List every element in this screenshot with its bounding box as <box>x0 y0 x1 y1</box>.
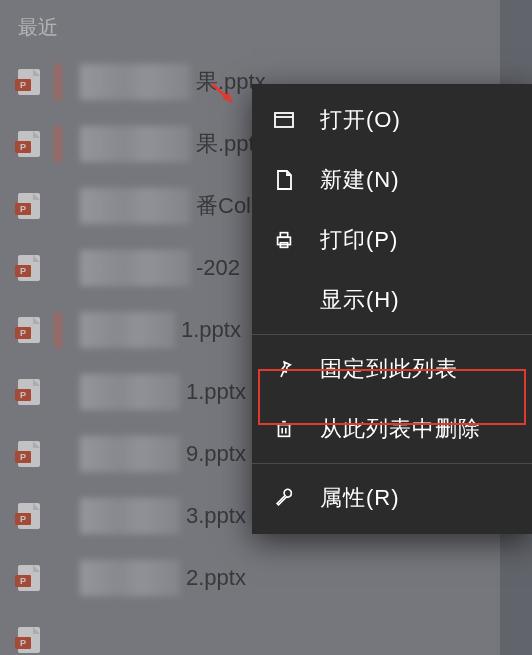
menu-label: 显示(H) <box>320 285 400 315</box>
trash-icon <box>270 415 298 443</box>
menu-label: 新建(N) <box>320 165 400 195</box>
menu-label: 从此列表中删除 <box>320 414 481 444</box>
filename-tail: 3.pptx <box>186 503 246 529</box>
redacted-block <box>80 312 175 348</box>
powerpoint-icon: P <box>18 441 40 467</box>
menu-open[interactable]: 打开(O) <box>252 90 532 150</box>
powerpoint-icon: P <box>18 627 40 653</box>
section-title: 最近 <box>0 14 500 51</box>
redacted-block <box>80 64 190 100</box>
powerpoint-icon: P <box>18 503 40 529</box>
redacted-block <box>80 250 190 286</box>
window-icon <box>270 106 298 134</box>
svg-rect-0 <box>275 113 293 127</box>
menu-label: 固定到此列表 <box>320 354 458 384</box>
filename-tail: 1.pptx <box>181 317 241 343</box>
filename-tail: 2.pptx <box>186 565 246 591</box>
svg-rect-5 <box>279 424 290 436</box>
list-item[interactable]: P <box>0 609 500 655</box>
powerpoint-icon: P <box>18 193 40 219</box>
filename-tail: -202 <box>196 255 240 281</box>
redacted-block <box>80 188 190 224</box>
list-item[interactable]: P 2.pptx <box>0 547 500 609</box>
powerpoint-icon: P <box>18 565 40 591</box>
redacted-block <box>80 498 180 534</box>
redacted-block <box>54 64 62 100</box>
context-menu: 打开(O) 新建(N) 打印(P) 显示(H) 固定到此列表 从此列表中删除 属… <box>252 84 532 534</box>
menu-new[interactable]: 新建(N) <box>252 150 532 210</box>
powerpoint-icon: P <box>18 255 40 281</box>
redacted-block <box>80 436 180 472</box>
powerpoint-icon: P <box>18 69 40 95</box>
filename-tail: 9.pptx <box>186 441 246 467</box>
menu-pin[interactable]: 固定到此列表 <box>252 339 532 399</box>
menu-remove[interactable]: 从此列表中删除 <box>252 399 532 459</box>
menu-label: 打印(P) <box>320 225 398 255</box>
menu-properties[interactable]: 属性(R) <box>252 468 532 528</box>
menu-label: 属性(R) <box>320 483 400 513</box>
powerpoint-icon: P <box>18 379 40 405</box>
wrench-icon <box>270 484 298 512</box>
redacted-block <box>80 374 180 410</box>
printer-icon <box>270 226 298 254</box>
redacted-block <box>54 312 62 348</box>
redacted-block <box>54 126 62 162</box>
redacted-block <box>80 560 180 596</box>
svg-rect-3 <box>280 233 287 238</box>
filename-tail: 1.pptx <box>186 379 246 405</box>
filename-tail: 番Col <box>196 191 251 221</box>
pin-icon <box>270 355 298 383</box>
menu-label: 打开(O) <box>320 105 401 135</box>
menu-separator <box>252 463 532 464</box>
powerpoint-icon: P <box>18 131 40 157</box>
document-icon <box>270 166 298 194</box>
menu-print[interactable]: 打印(P) <box>252 210 532 270</box>
empty-icon <box>270 286 298 314</box>
menu-separator <box>252 334 532 335</box>
redacted-block <box>80 126 190 162</box>
menu-show[interactable]: 显示(H) <box>252 270 532 330</box>
powerpoint-icon: P <box>18 317 40 343</box>
